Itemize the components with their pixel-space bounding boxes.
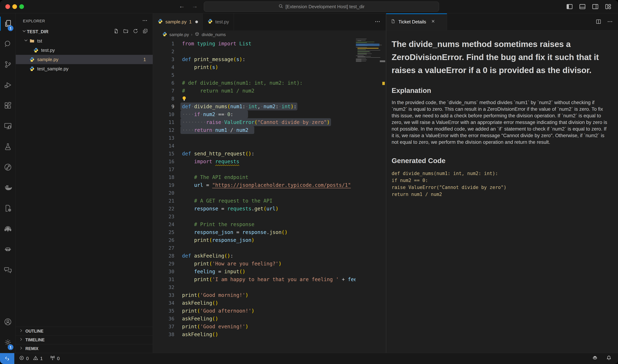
code-line-32[interactable]: 32 [153, 283, 356, 291]
activity-bar-item-comments[interactable] [0, 260, 15, 280]
code-line-14[interactable]: 14 [153, 142, 356, 150]
forward-icon[interactable]: → [192, 2, 198, 10]
customize-layout-icon[interactable] [604, 3, 612, 11]
minimize-window-button[interactable] [12, 4, 17, 9]
code-line-34[interactable]: 34askFeeling() [153, 299, 356, 307]
file-tree-item-test_sample-py[interactable]: test_sample.py [16, 64, 153, 73]
code-line-7[interactable]: 7# return num1 / num2 [153, 87, 356, 95]
lightbulb-icon[interactable] [181, 95, 187, 102]
refresh-icon[interactable] [133, 28, 138, 35]
activity-bar-item-robot[interactable] [0, 239, 15, 260]
code-line-13[interactable]: 13 [153, 134, 356, 142]
code-line-30[interactable]: 30 feeling = input() [153, 268, 356, 275]
minimap[interactable] [356, 39, 379, 62]
code-line-1[interactable]: 1from typing import List [153, 40, 356, 48]
editor-tab-sample-py[interactable]: sample.py1 [153, 13, 203, 30]
code-line-24[interactable]: 24 # Print the response [153, 221, 356, 228]
zoom-window-button[interactable] [19, 4, 24, 9]
toggle-panel-icon[interactable] [579, 3, 586, 11]
activity-bar-item-extensions[interactable] [0, 96, 15, 116]
sidebar-section-outline[interactable]: OUTLINE [16, 327, 153, 335]
code-line-11[interactable]: 11········raise·ValueError("Cannot·divid… [153, 118, 356, 126]
code-line-5[interactable]: 5 [153, 71, 356, 79]
back-icon[interactable]: ← [179, 2, 185, 10]
editor-more-actions-icon[interactable] [374, 19, 381, 25]
activity-bar-item-source-control[interactable] [0, 54, 15, 75]
ports-status[interactable]: 0 [50, 355, 60, 362]
activity-bar-item-files[interactable]: 1 [0, 13, 15, 34]
code-line-9[interactable]: 9def·divide_nums(num1:·int,·num2:·int): [153, 103, 356, 110]
code-line-38[interactable]: 38askFeeling() [153, 330, 356, 338]
code-editor[interactable]: 1from typing import List23def print_mess… [153, 39, 386, 353]
code-line-27[interactable]: 27 [153, 244, 356, 252]
code-line-18[interactable]: 18 # The API endpoint [153, 173, 356, 181]
code-line-3[interactable]: 3def print_message(s): [153, 55, 356, 63]
explorer-more-actions-icon[interactable] [142, 18, 148, 25]
activity-bar-item-account[interactable] [0, 312, 15, 332]
code-line-17[interactable]: 17 [153, 165, 356, 173]
file-tree-item-sample-py[interactable]: sample.py1 [16, 55, 153, 64]
code-line-23[interactable]: 23 [153, 213, 356, 221]
breadcrumb-item[interactable]: divide_nums [202, 32, 226, 37]
close-window-button[interactable] [5, 4, 10, 9]
activity-bar-item-run-debug[interactable] [0, 75, 15, 96]
remote-indicator[interactable] [0, 353, 14, 364]
code-line-29[interactable]: 29 print('How are you feeling?') [153, 260, 356, 268]
new-file-icon[interactable] [113, 28, 119, 35]
panel-more-actions-icon[interactable] [607, 19, 613, 25]
testing-icon [4, 142, 12, 152]
activity-bar-item-docker[interactable] [0, 178, 15, 198]
code-line-19[interactable]: 19 url = "https://jsonplaceholder.typico… [153, 181, 356, 189]
notifications-bell-icon[interactable] [606, 355, 612, 362]
toggle-secondary-sidebar-icon[interactable] [591, 3, 599, 11]
code-line-21[interactable]: 21 # A GET request to the API [153, 197, 356, 205]
split-editor-icon[interactable] [595, 19, 602, 25]
close-icon[interactable] [431, 19, 435, 25]
code-line-26[interactable]: 26 print(response_json) [153, 236, 356, 244]
code-line-25[interactable]: 25 response_json = response.json() [153, 228, 356, 236]
activity-bar-item-testing[interactable] [0, 137, 15, 157]
code-line-36[interactable]: 36askFeeling() [153, 315, 356, 323]
code-line-16[interactable]: 16 import requests [153, 157, 356, 165]
code-line-15[interactable]: 15def send_http_request(): [153, 150, 356, 157]
dirty-indicator-icon[interactable] [195, 21, 198, 23]
line-number: 15 [153, 151, 174, 156]
editor-tab-test-py[interactable]: test.py [203, 13, 234, 30]
breadcrumb[interactable]: sample.py›divide_nums [153, 30, 386, 39]
problems-status[interactable]: 0 1 [19, 355, 43, 362]
scrollbar-handle[interactable] [380, 60, 385, 62]
chevron-right-icon [19, 328, 24, 334]
code-line-33[interactable]: 33print('Good morning!') [153, 291, 356, 299]
activity-bar-item-share-circle[interactable] [0, 157, 15, 178]
code-line-2[interactable]: 2 [153, 48, 356, 55]
activity-bar-item-cmake[interactable] [0, 198, 15, 219]
toggle-primary-sidebar-icon[interactable] [566, 3, 573, 11]
activity-bar-item-search[interactable] [0, 34, 15, 54]
copilot-icon[interactable] [592, 355, 598, 362]
code-line-22[interactable]: 22 response = requests.get(url) [153, 205, 356, 213]
breadcrumb-item[interactable]: sample.py [169, 32, 189, 37]
sidebar-section-remix[interactable]: REMIX [16, 344, 153, 353]
tab-ticket-details[interactable]: Ticket Details [386, 13, 447, 30]
code-line-28[interactable]: 28def askFeeling(): [153, 252, 356, 260]
command-center[interactable]: [Extension Development Host] test_dir [204, 2, 439, 12]
code-line-12[interactable]: 12····return·num1·/·num2 [153, 126, 356, 134]
code-line-8[interactable]: 8 [153, 95, 356, 103]
code-line-20[interactable]: 20 [153, 189, 356, 197]
sidebar-section-timeline[interactable]: TIMELINE [16, 335, 153, 344]
activity-bar-item-gear[interactable]: 1 [0, 332, 15, 353]
code-line-4[interactable]: 4 print(s) [153, 63, 356, 71]
code-line-37[interactable]: 37print('Good evening!') [153, 323, 356, 330]
file-tree-item-tst[interactable]: tst [16, 36, 153, 46]
workspace-root-row[interactable]: TEST_DIR [16, 27, 153, 36]
new-folder-icon[interactable] [123, 28, 129, 35]
code-line-35[interactable]: 35print('Good afternoon!') [153, 307, 356, 315]
code-line-10[interactable]: 10····if·num2·==·0: [153, 110, 356, 118]
collapse-all-icon[interactable] [142, 28, 148, 35]
file-tree-item-test-py[interactable]: test.py [16, 46, 153, 55]
activity-bar-item-remote-explorer[interactable] [0, 116, 15, 137]
run-debug-icon [4, 81, 12, 90]
code-line-6[interactable]: 6# def divide_nums(num1: int, num2: int)… [153, 79, 356, 87]
code-line-31[interactable]: 31 print('I am happy to hear that you ar… [153, 275, 356, 283]
activity-bar-item-globe-headset[interactable] [0, 219, 15, 239]
